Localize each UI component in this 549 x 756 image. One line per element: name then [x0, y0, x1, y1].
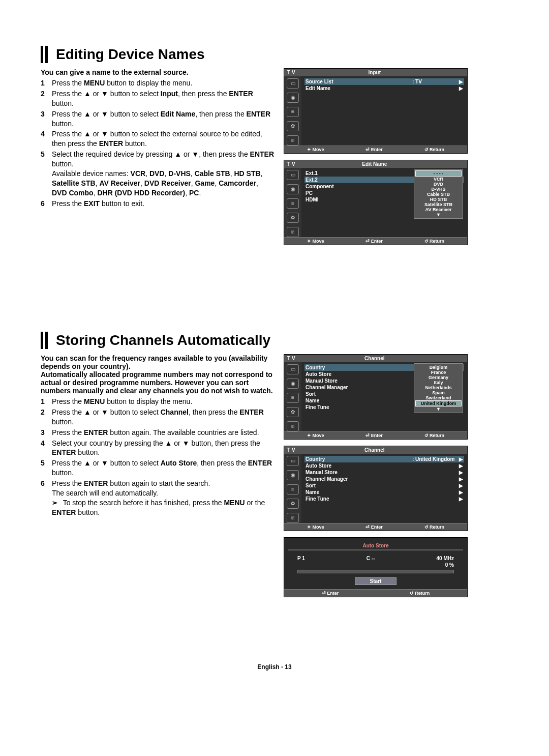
osd-row: Manual Store▶ [304, 469, 464, 476]
chevron-right-icon: ▶ [458, 85, 463, 91]
osd-row: Fine Tune▶ [304, 496, 464, 502]
osd-row-label: Country [306, 456, 412, 462]
osd-icon-column: ▭ ◉ ≡ ✿ ⎚ [284, 168, 301, 237]
page-footer: English - 13 [41, 663, 508, 671]
osd-footer-item: ⏎ Enter [365, 525, 383, 530]
osd-row: Country: United Kingdom▶ [304, 456, 464, 462]
osd-row-label: Channel Manager [306, 476, 412, 482]
osd-footer-item: ↺ Return [424, 239, 445, 244]
osd-row-label: Source List [306, 79, 412, 84]
osd-footer: ✦ Move⏎ Enter↺ Return [284, 523, 467, 531]
chevron-right-icon: ▶ [458, 489, 463, 495]
osd-row-value: : TV [412, 79, 458, 84]
popup-item: Switzerland [414, 395, 463, 400]
popup-item: AV Receiver [414, 207, 463, 212]
osd-footer-item: ⏎ Enter [365, 433, 383, 438]
osd-row: Sort▶ [304, 482, 464, 489]
osd-row-value [412, 476, 458, 482]
input-icon: ⎚ [287, 513, 299, 523]
osd-footer-item: ⏎ Enter [322, 591, 339, 596]
step-text: Press the MENU button to display the men… [52, 397, 274, 406]
autostore-percent: 0 % [445, 562, 454, 568]
osd-title: Channel [295, 356, 454, 361]
step-text: Press the ▲ or ▼ button to select Edit N… [52, 109, 274, 129]
popup-item: DVD [414, 182, 463, 187]
chevron-right-icon: ▶ [458, 470, 463, 475]
osd-footer: ✦ Move⏎ Enter↺ Return [284, 237, 467, 245]
osd-footer-item: ↺ Return [424, 147, 445, 152]
step-number: 6 [41, 479, 52, 517]
osd-channel-main-screenshot: T V Channel ▭ ◉ ≡ ✿ ⎚ Country: United Ki… [284, 446, 468, 531]
popup-item: HD STB [414, 197, 463, 202]
osd-icon-column: ▭ ◉ ≡ ✿ ⎚ [284, 362, 301, 431]
channel-icon: ≡ [287, 107, 299, 117]
step-text: Press the MENU button to display the men… [52, 78, 274, 88]
osd-autostore-title: Auto Store [288, 542, 463, 550]
step-number: 1 [41, 397, 52, 406]
osd-row-label: Auto Store [306, 463, 412, 469]
osd-editname-screenshot: T V Edit Name ▭ ◉ ≡ ✿ ⎚ Ext.1:Ext.2:Comp… [284, 160, 468, 245]
osd-footer-item: ✦ Move [307, 433, 324, 438]
input-icon: ⎚ [287, 135, 299, 146]
popup-item: United Kingdom [415, 400, 462, 406]
osd-icon-column: ▭ ◉ ≡ ✿ ⎚ [284, 454, 301, 523]
header-bars-icon [41, 332, 50, 349]
step: 3Press the ENTER button again. The avail… [41, 428, 274, 438]
osd-footer-item: ↺ Return [424, 433, 445, 438]
sound-icon: ◉ [287, 184, 299, 194]
step-number: 5 [41, 458, 52, 478]
osd-row-label: Manual Store [306, 470, 412, 475]
osd-row-value [412, 483, 458, 488]
osd-footer-item: ↺ Return [410, 591, 430, 596]
osd-corner: T V [287, 447, 295, 453]
osd-footer-item: ✦ Move [307, 239, 324, 244]
chevron-right-icon: ▶ [458, 463, 463, 469]
chevron-right-icon: ▶ [458, 456, 463, 462]
section1-intro: You can give a name to the external sour… [41, 68, 274, 76]
step-number: 2 [41, 89, 52, 108]
osd-footer: ✦ Move⏎ Enter↺ Return [284, 146, 467, 153]
picture-icon: ▭ [287, 78, 299, 89]
osd-title: Channel [295, 447, 454, 453]
step: 1Press the MENU button to display the me… [41, 78, 274, 88]
step-text: Press the ▲ or ▼ button to select Channe… [52, 408, 274, 427]
osd-corner: T V [287, 70, 295, 75]
chevron-right-icon: ▶ [458, 79, 463, 84]
section-title: Editing Device Names [56, 46, 205, 63]
step-text: Press the ENTER button again. The availa… [52, 428, 274, 438]
step-text: Press the ▲ or ▼ button to select Auto S… [52, 458, 274, 478]
setup-icon: ✿ [287, 407, 299, 417]
popup-item: Germany [414, 375, 463, 380]
osd-row: Channel Manager▶ [304, 476, 464, 482]
osd-row: Source List: TV▶ [304, 78, 464, 85]
sound-icon: ◉ [287, 93, 299, 103]
step-text: Press the ENTER button again to start th… [52, 479, 274, 517]
osd-country-popup: BelgiumFranceGermanyItalyNetherlandsSpai… [414, 363, 463, 413]
chevron-right-icon: ▶ [458, 496, 463, 502]
osd-footer-item: ✦ Move [307, 525, 324, 530]
step-number: 1 [41, 78, 52, 88]
chevron-right-icon: ▶ [458, 483, 463, 488]
picture-icon: ▭ [287, 456, 299, 466]
osd-input-screenshot: T V Input ▭ ◉ ≡ ✿ ⎚ Source List: TV▶Edit… [284, 68, 468, 154]
step: 1Press the MENU button to display the me… [41, 397, 274, 406]
step-text: Press the ▲ or ▼ button to select the ex… [52, 129, 274, 149]
popup-item: Satellite STB [414, 202, 463, 207]
osd-row-value [412, 470, 458, 475]
popup-item: France [414, 370, 463, 375]
step: 5Select the required device by pressing … [41, 150, 274, 197]
step-number: 5 [41, 150, 52, 197]
step-number: 4 [41, 129, 52, 149]
popup-item: - - - - [415, 170, 462, 177]
section2-intro: You can scan for the frequency ranges av… [41, 354, 274, 395]
input-icon: ⎚ [287, 421, 299, 431]
section-header-editing: Editing Device Names [41, 46, 508, 63]
osd-row-value [412, 85, 458, 91]
chevron-down-icon: ▼ [414, 212, 463, 217]
popup-item: Italy [414, 380, 463, 385]
osd-footer: ✦ Move⏎ Enter↺ Return [284, 431, 467, 439]
osd-row-value [412, 463, 458, 469]
osd-input-list: Source List: TV▶Edit Name▶ [301, 76, 467, 146]
step-number: 4 [41, 439, 52, 458]
channel-icon: ≡ [287, 484, 299, 495]
